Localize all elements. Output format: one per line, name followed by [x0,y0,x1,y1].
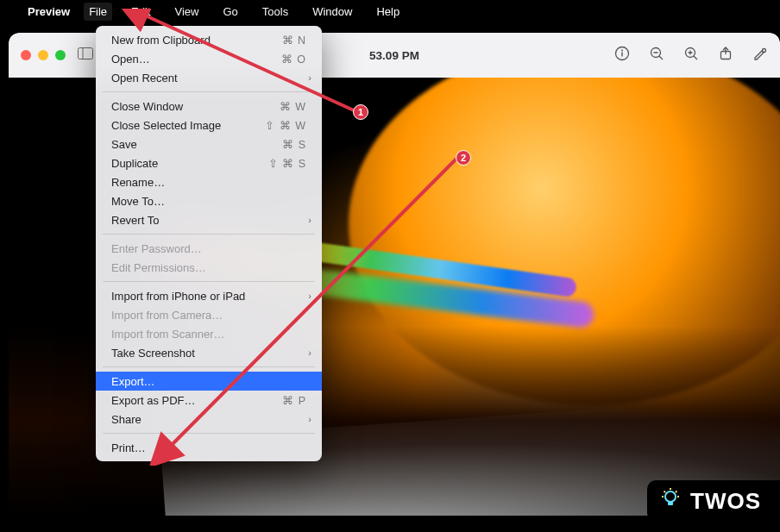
menu-item-label: Enter Password… [111,242,306,255]
zoom-in-icon[interactable] [683,46,699,66]
menu-item-label: Import from Camera… [111,309,306,322]
zoom-out-icon[interactable] [649,46,664,66]
menu-item-shortcut: ⌘ O [281,53,306,66]
twos-watermark: TWOS [647,480,780,522]
menu-separator [103,281,315,282]
twos-text: TWOS [690,488,761,515]
menu-item-label: New from Clipboard [111,34,282,47]
traffic-lights [21,50,66,60]
menu-item-enter-password: Enter Password… [96,239,322,258]
menu-item-label: Export… [111,375,306,388]
app-name[interactable]: Preview [28,5,70,18]
window-title: 53.09 PM [369,49,419,62]
menu-item-label: Save [111,138,282,151]
menu-item-shortcut: ⌘ N [282,34,307,47]
menu-item-label: Close Selected Image [111,119,265,132]
menu-item-label: Share [111,413,306,426]
chevron-right-icon: › [308,215,311,225]
file-menu-dropdown: New from Clipboard⌘ NOpen…⌘ OOpen Recent… [96,26,322,461]
maximize-window-button[interactable] [55,50,66,60]
menu-item-import-from-camera: Import from Camera… [96,305,322,324]
menu-item-save[interactable]: Save⌘ S [96,135,322,153]
annotation-badge-1: 1 [353,104,368,120]
svg-line-6 [659,56,663,59]
markup-icon[interactable] [752,46,768,66]
menu-item-label: Duplicate [111,157,268,170]
menu-item-export-as-pdf[interactable]: Export as PDF…⌘ P [96,391,322,410]
menu-item-import-from-iphone-or-ipad[interactable]: Import from iPhone or iPad› [96,286,322,305]
share-icon[interactable] [718,46,733,66]
menu-item-duplicate[interactable]: Duplicate⇧ ⌘ S [96,153,322,172]
svg-rect-18 [668,502,673,505]
menu-item-label: Print… [111,441,306,454]
menu-item-export[interactable]: Export… [96,372,322,391]
menu-item-open-recent[interactable]: Open Recent› [96,68,322,87]
svg-rect-4 [621,52,622,56]
menubar-item-window[interactable]: Window [307,3,357,21]
menu-item-shortcut: ⌘ S [282,138,306,151]
info-icon[interactable] [614,46,630,66]
close-window-button[interactable] [21,50,31,60]
menu-item-shortcut: ⇧ ⌘ W [265,119,306,132]
menubar-item-go[interactable]: Go [217,3,242,21]
menubar-item-file[interactable]: File [84,3,112,21]
svg-line-9 [694,56,697,59]
chevron-right-icon: › [308,414,311,424]
menubar: Preview File Edit View Go Tools Window H… [0,0,780,22]
menu-item-label: Import from Scanner… [111,328,306,341]
menubar-item-help[interactable]: Help [371,3,405,21]
menu-item-import-from-scanner: Import from Scanner… [96,324,322,343]
menu-item-move-to[interactable]: Move To… [96,191,322,210]
menu-item-label: Take Screenshot [111,347,306,360]
menu-item-label: Export as PDF… [111,394,282,407]
lightbulb-icon [659,487,682,515]
menu-separator [103,433,315,434]
chevron-right-icon: › [308,291,311,301]
svg-line-22 [664,491,666,493]
menu-item-rename[interactable]: Rename… [96,172,322,191]
menubar-item-edit[interactable]: Edit [126,3,155,21]
sidebar-toggle-icon[interactable] [78,47,93,63]
menu-item-close-window[interactable]: Close Window⌘ W [96,97,322,116]
menu-item-shortcut: ⇧ ⌘ S [268,157,306,170]
menu-item-label: Open Recent [111,72,306,84]
menu-item-label: Rename… [111,176,306,189]
menu-item-label: Revert To [111,214,306,227]
menu-item-print[interactable]: Print… [96,438,322,457]
svg-rect-0 [79,48,93,59]
menu-item-revert-to[interactable]: Revert To› [96,210,322,229]
menu-item-share[interactable]: Share› [96,410,322,429]
menu-item-edit-permissions: Edit Permissions… [96,258,322,277]
menu-item-open[interactable]: Open…⌘ O [96,49,322,68]
annotation-badge-2: 2 [456,150,471,166]
menu-separator [103,91,315,92]
menu-item-label: Import from iPhone or iPad [111,290,306,303]
menu-item-shortcut: ⌘ W [280,100,306,113]
menu-item-label: Open… [111,53,281,66]
menubar-item-view[interactable]: View [170,3,204,21]
minimize-window-button[interactable] [38,50,48,60]
menu-item-shortcut: ⌘ P [282,394,306,407]
menu-separator [103,234,315,235]
window-toolbar-right [614,46,768,66]
menubar-item-tools[interactable]: Tools [257,3,293,21]
menu-item-new-from-clipboard[interactable]: New from Clipboard⌘ N [96,30,322,49]
chevron-right-icon: › [308,347,311,358]
chevron-right-icon: › [308,72,311,83]
svg-point-3 [621,49,623,51]
menu-item-take-screenshot[interactable]: Take Screenshot› [96,343,322,362]
svg-point-14 [763,48,766,52]
menu-item-close-selected-image[interactable]: Close Selected Image⇧ ⌘ W [96,116,322,135]
svg-point-17 [665,491,676,502]
menu-item-label: Edit Permissions… [111,261,306,274]
menu-item-label: Move To… [111,195,306,208]
menu-separator [103,366,315,367]
svg-line-23 [676,491,677,493]
menu-item-label: Close Window [111,100,280,113]
